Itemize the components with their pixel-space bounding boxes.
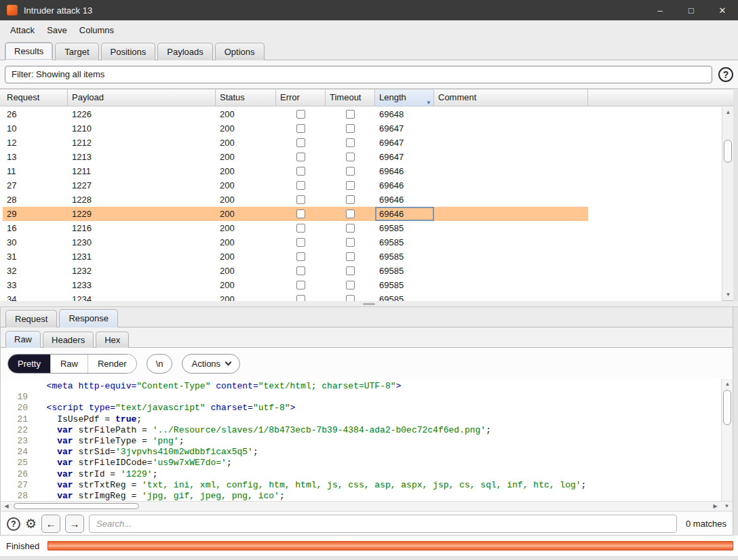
error-checkbox[interactable] [296, 238, 305, 247]
column-header-request[interactable]: Request [3, 89, 68, 106]
token-plain: ; [136, 414, 142, 424]
mode-render-button[interactable]: Render [88, 355, 136, 373]
timeout-checkbox[interactable] [346, 238, 355, 247]
error-checkbox[interactable] [296, 138, 305, 147]
timeout-checkbox[interactable] [346, 138, 355, 147]
scroll-down-icon[interactable]: ▼ [721, 502, 733, 511]
timeout-checkbox[interactable] [346, 295, 355, 301]
error-checkbox[interactable] [296, 167, 305, 176]
table-row[interactable]: 33123320069585 [3, 278, 588, 292]
table-row[interactable]: 32123220069585 [3, 264, 588, 278]
viewer-tab-response[interactable]: Response [59, 309, 118, 327]
close-button[interactable]: ✕ [707, 0, 738, 20]
scroll-right-icon[interactable]: ▶ [710, 502, 721, 511]
timeout-checkbox[interactable] [346, 209, 355, 218]
column-header-payload[interactable]: Payload [68, 89, 216, 106]
response-code-view[interactable]: <meta http-equiv="Content-Type" content=… [1, 379, 733, 501]
table-row[interactable]: 28122820069646 [3, 193, 588, 207]
error-checkbox[interactable] [296, 181, 305, 190]
table-row[interactable]: 29122920069646 [3, 207, 588, 221]
menu-attack[interactable]: Attack [4, 23, 41, 37]
error-checkbox[interactable] [296, 295, 305, 301]
viewer-tab-request[interactable]: Request [5, 310, 57, 327]
minimize-button[interactable]: – [644, 0, 676, 20]
burp-logo-icon [7, 5, 18, 16]
timeout-checkbox[interactable] [346, 195, 355, 204]
search-input[interactable] [89, 515, 677, 533]
next-match-button[interactable]: → [65, 515, 84, 533]
table-row[interactable]: 16121620069585 [3, 221, 588, 235]
table-row[interactable]: 12121220069647 [3, 136, 588, 150]
maximize-button[interactable]: □ [676, 0, 707, 20]
tab-positions[interactable]: Positions [101, 43, 156, 60]
column-header-status[interactable]: Status [216, 89, 276, 106]
column-header-length[interactable]: Length▼ [375, 89, 434, 106]
mode-pretty-button[interactable]: Pretty [8, 355, 51, 373]
error-checkbox[interactable] [296, 195, 305, 204]
timeout-checkbox[interactable] [346, 181, 355, 190]
table-row[interactable]: 30123020069585 [3, 235, 588, 249]
timeout-checkbox[interactable] [346, 153, 355, 161]
menu-columns[interactable]: Columns [73, 23, 120, 37]
viewer-subtab-hex[interactable]: Hex [96, 332, 129, 348]
line-number: 26 [5, 469, 36, 480]
gear-icon[interactable]: ⚙ [25, 517, 37, 530]
timeout-checkbox[interactable] [346, 281, 355, 289]
table-row[interactable]: 31123120069585 [3, 249, 588, 264]
panel-splitter[interactable] [0, 301, 738, 307]
table-row[interactable]: 34123420069585 [3, 292, 588, 301]
tab-results[interactable]: Results [5, 42, 53, 60]
error-checkbox[interactable] [296, 153, 305, 161]
token-attr: type= [89, 403, 115, 413]
timeout-checkbox[interactable] [346, 110, 355, 119]
filter-bar[interactable]: Filter: Showing all items [5, 66, 712, 83]
table-row[interactable]: 13121320069647 [3, 150, 588, 164]
error-checkbox[interactable] [296, 124, 305, 133]
actions-button[interactable]: Actions [182, 354, 240, 374]
table-row[interactable]: 26122620069648 [3, 107, 588, 121]
timeout-checkbox[interactable] [346, 167, 355, 176]
timeout-checkbox[interactable] [346, 124, 355, 133]
viewer-subtab-raw[interactable]: Raw [5, 331, 41, 348]
table-row[interactable]: 27122720069646 [3, 178, 588, 193]
column-header-timeout[interactable]: Timeout [326, 89, 375, 106]
previous-match-button[interactable]: ← [41, 515, 60, 533]
scroll-up-icon[interactable]: ▲ [722, 380, 733, 389]
code-scrollbar-thumb[interactable] [723, 390, 731, 425]
error-checkbox[interactable] [296, 209, 305, 218]
filter-row: Filter: Showing all items ? [0, 60, 738, 89]
hscroll-track[interactable] [12, 502, 710, 511]
code-horizontal-scrollbar[interactable]: ◀ ▶ ▼ [1, 501, 733, 511]
search-help-icon[interactable]: ? [7, 517, 20, 531]
scroll-down-icon[interactable]: ▼ [722, 290, 734, 300]
table-scrollbar-thumb[interactable] [724, 140, 732, 163]
error-checkbox[interactable] [296, 110, 305, 119]
timeout-checkbox[interactable] [346, 224, 355, 233]
hscroll-thumb[interactable] [14, 503, 139, 509]
tab-target[interactable]: Target [55, 43, 98, 60]
mode-raw-button[interactable]: Raw [51, 355, 88, 373]
window-title: Intruder attack 13 [24, 5, 92, 16]
column-header-comment[interactable]: Comment [434, 89, 588, 106]
table-row[interactable]: 10121020069647 [3, 121, 588, 136]
error-checkbox[interactable] [296, 224, 305, 233]
filter-help-icon[interactable]: ? [718, 67, 733, 82]
table-vertical-scrollbar[interactable]: ▲ ▼ [722, 107, 733, 300]
error-checkbox[interactable] [296, 281, 305, 289]
table-row[interactable]: 11121120069646 [3, 164, 588, 178]
viewer-subtab-headers[interactable]: Headers [43, 332, 94, 348]
timeout-checkbox[interactable] [346, 266, 355, 275]
tab-payloads[interactable]: Payloads [157, 43, 212, 60]
scroll-up-icon[interactable]: ▲ [722, 108, 734, 117]
tab-options[interactable]: Options [215, 43, 265, 60]
timeout-checkbox[interactable] [346, 252, 355, 261]
cell-request: 33 [3, 278, 68, 292]
error-checkbox[interactable] [296, 266, 305, 275]
newline-toggle-button[interactable]: \n [147, 354, 173, 374]
code-vertical-scrollbar[interactable]: ▲ [721, 379, 733, 501]
scroll-left-icon[interactable]: ◀ [1, 502, 12, 511]
menu-save[interactable]: Save [41, 23, 73, 37]
cell-request: 16 [3, 221, 68, 235]
error-checkbox[interactable] [296, 252, 305, 261]
column-header-error[interactable]: Error [276, 89, 326, 106]
